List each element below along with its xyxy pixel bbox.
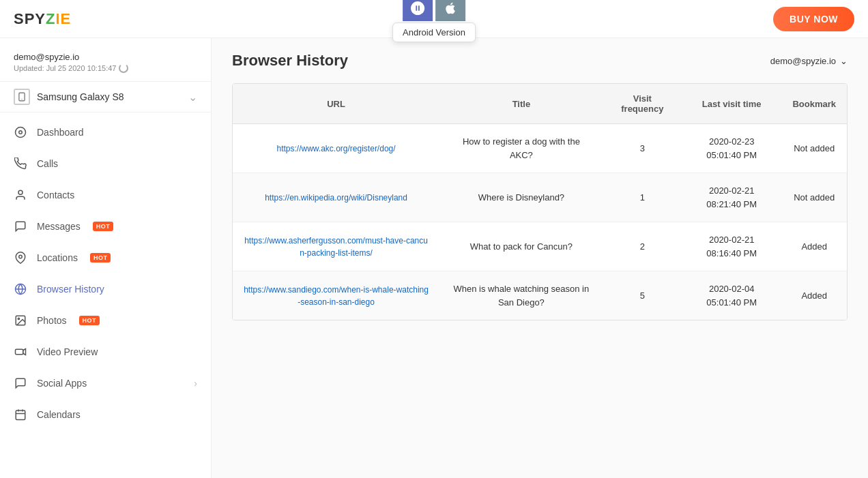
cell-frequency: 2 xyxy=(603,222,682,271)
cell-last-visit: 2020-02-23 05:01:40 PM xyxy=(682,124,781,173)
nav-item-label: Dashboard xyxy=(37,127,84,138)
apple-icon xyxy=(444,1,457,15)
nav-item-label: Social Apps xyxy=(37,378,87,389)
logo-spy: SPY xyxy=(14,10,46,27)
main-content: Browser History demo@spyzie.io ⌄ URL Tit… xyxy=(212,38,868,478)
cell-bookmark: Not added xyxy=(781,173,847,222)
col-title: Title xyxy=(439,84,603,124)
cell-last-visit: 2020-02-21 08:21:40 PM xyxy=(682,173,781,222)
video-icon xyxy=(14,345,27,359)
sidebar: demo@spyzie.io Updated: Jul 25 2020 10:1… xyxy=(0,38,212,478)
contacts-icon xyxy=(14,188,27,202)
table-row: https://www.akc.org/register/dog/ How to… xyxy=(233,124,847,173)
cell-url: https://www.sandiego.com/when-is-whale-w… xyxy=(233,271,439,320)
social-icon xyxy=(14,376,27,390)
cell-url: https://www.asherfergusson.com/must-have… xyxy=(233,222,439,271)
sidebar-item-contacts[interactable]: Contacts xyxy=(0,179,211,211)
svg-rect-12 xyxy=(16,410,25,420)
browser-icon xyxy=(14,282,27,296)
header: SPYZIE Android Version BUY NOW xyxy=(0,0,868,38)
main-layout: demo@spyzie.io Updated: Jul 25 2020 10:1… xyxy=(0,38,868,478)
photos-icon xyxy=(14,314,27,327)
android-icon xyxy=(410,1,425,16)
sidebar-item-calendars[interactable]: Calendars xyxy=(0,399,211,430)
sidebar-item-dashboard[interactable]: Dashboard xyxy=(0,117,211,148)
hot-badge: HOT xyxy=(90,253,111,263)
nav-item-label: Contacts xyxy=(37,190,74,200)
cell-url: https://en.wikipedia.org/wiki/Disneyland xyxy=(233,173,439,222)
sidebar-item-photos[interactable]: Photos HOT xyxy=(0,305,211,336)
nav-item-label: Browser History xyxy=(37,284,104,295)
sidebar-updated: Updated: Jul 25 2020 10:15:47 xyxy=(14,63,197,73)
cell-title: What to pack for Cancun? xyxy=(439,222,603,271)
table-row: https://www.sandiego.com/when-is-whale-w… xyxy=(233,271,847,320)
cell-title: When is whale watching season in San Die… xyxy=(439,271,603,320)
user-dropdown[interactable]: demo@spyzie.io ⌄ xyxy=(770,56,848,66)
svg-point-9 xyxy=(18,318,19,319)
device-selector[interactable]: Samsung Galaxy S8 ⌄ xyxy=(0,81,211,113)
user-chevron-icon: ⌄ xyxy=(840,56,848,66)
device-name: Samsung Galaxy S8 xyxy=(14,89,124,105)
sidebar-user: demo@spyzie.io Updated: Jul 25 2020 10:1… xyxy=(0,45,211,77)
header-center: Android Version xyxy=(392,0,476,42)
svg-point-5 xyxy=(19,255,23,258)
svg-point-3 xyxy=(19,131,23,134)
svg-point-2 xyxy=(16,128,26,138)
svg-rect-10 xyxy=(16,349,23,355)
svg-marker-11 xyxy=(23,349,26,355)
table-header-row: URL Title Visit frequency Last visit tim… xyxy=(233,84,847,124)
android-version-tooltip: Android Version xyxy=(392,23,476,42)
cell-frequency: 3 xyxy=(603,124,682,173)
nav-item-label: Calls xyxy=(37,158,58,169)
nav-item-label: Calendars xyxy=(37,409,81,420)
sidebar-item-browser-history[interactable]: Browser History xyxy=(0,273,211,305)
hot-badge: HOT xyxy=(79,316,100,325)
nav-item-label: Photos xyxy=(37,315,67,326)
col-last-visit: Last visit time xyxy=(682,84,781,124)
col-url: URL xyxy=(233,84,439,124)
hot-badge: HOT xyxy=(93,222,114,231)
nav-item-label: Locations xyxy=(37,252,78,263)
svg-point-4 xyxy=(18,190,23,194)
logo-z: Z xyxy=(46,10,55,27)
android-tab[interactable] xyxy=(403,0,433,21)
locations-icon xyxy=(14,251,27,265)
logo: SPYZIE xyxy=(14,10,71,28)
browser-history-table: URL Title Visit frequency Last visit tim… xyxy=(232,83,848,320)
page-header: Browser History demo@spyzie.io ⌄ xyxy=(232,52,848,70)
col-bookmark: Bookmark xyxy=(781,84,847,124)
calendar-icon xyxy=(14,408,27,421)
nav-container: Dashboard Calls Contacts Messages HOT Lo… xyxy=(0,117,211,430)
ios-tab[interactable] xyxy=(435,0,465,21)
calls-icon xyxy=(14,157,27,170)
nav-arrow-icon: › xyxy=(194,378,197,389)
cell-title: Where is Disneyland? xyxy=(439,173,603,222)
cell-last-visit: 2020-02-21 08:16:40 PM xyxy=(682,222,781,271)
platform-tabs xyxy=(403,0,465,21)
cell-bookmark: Not added xyxy=(781,124,847,173)
cell-bookmark: Added xyxy=(781,222,847,271)
logo-ie: IE xyxy=(55,10,71,27)
cell-bookmark: Added xyxy=(781,271,847,320)
table-body: https://www.akc.org/register/dog/ How to… xyxy=(233,124,847,320)
nav-item-label: Video Preview xyxy=(37,346,98,357)
cell-url: https://www.akc.org/register/dog/ xyxy=(233,124,439,173)
cell-frequency: 5 xyxy=(603,271,682,320)
sidebar-item-calls[interactable]: Calls xyxy=(0,148,211,179)
device-chevron-icon: ⌄ xyxy=(188,91,197,104)
sidebar-item-video-preview[interactable]: Video Preview xyxy=(0,336,211,368)
dashboard-icon xyxy=(14,125,27,139)
messages-icon xyxy=(14,220,27,233)
cell-title: How to register a dog with the AKC? xyxy=(439,124,603,173)
cell-last-visit: 2020-02-04 05:01:40 PM xyxy=(682,271,781,320)
sidebar-item-social-apps[interactable]: Social Apps › xyxy=(0,368,211,399)
cell-frequency: 1 xyxy=(603,173,682,222)
sidebar-item-messages[interactable]: Messages HOT xyxy=(0,211,211,242)
buy-now-button[interactable]: BUY NOW xyxy=(773,7,854,31)
sidebar-item-locations[interactable]: Locations HOT xyxy=(0,242,211,273)
refresh-icon[interactable] xyxy=(119,63,128,73)
page-title: Browser History xyxy=(232,52,348,70)
nav-item-label: Messages xyxy=(37,221,81,232)
table-row: https://www.asherfergusson.com/must-have… xyxy=(233,222,847,271)
col-frequency: Visit frequency xyxy=(603,84,682,124)
